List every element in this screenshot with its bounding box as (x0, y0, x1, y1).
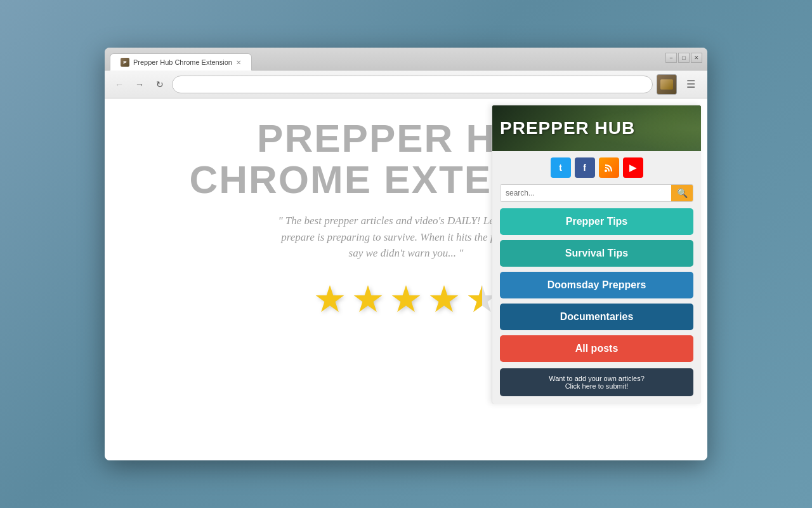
star-1: ★ (313, 281, 346, 318)
survival-tips-button[interactable]: Survival Tips (500, 240, 693, 267)
refresh-button[interactable]: ↻ (152, 76, 168, 93)
all-posts-button[interactable]: All posts (500, 335, 693, 362)
browser-window: P Prepper Hub Chrome Extension ✕ − □ ✕ ←… (105, 48, 707, 460)
documentaries-button[interactable]: Documentaries (500, 304, 693, 330)
star-3: ★ (390, 281, 422, 318)
page-content: PREPPER HUB CHROME EXTENSION " The best … (105, 98, 707, 460)
close-button[interactable]: ✕ (691, 53, 702, 63)
minimize-button[interactable]: − (665, 53, 677, 63)
tab-close-icon[interactable]: ✕ (236, 59, 241, 66)
popup-search-input[interactable] (501, 185, 671, 201)
menu-icon[interactable]: ☰ (681, 74, 701, 95)
svg-point-0 (605, 170, 607, 172)
window-controls: − □ ✕ (665, 53, 702, 63)
tab-favicon: P (121, 58, 129, 67)
extension-icon[interactable] (657, 74, 677, 95)
popup-header-title: PREPPER HUB (500, 118, 635, 138)
extension-popup: PREPPER HUB t f ▶ 🔍 (492, 105, 701, 404)
star-2: ★ (351, 281, 384, 318)
tab-label: Prepper Hub Chrome Extension (133, 58, 232, 66)
popup-search-button[interactable]: 🔍 (671, 185, 693, 201)
star-5-fill: ★ (466, 281, 482, 318)
rss-icon[interactable] (599, 157, 619, 178)
youtube-icon[interactable]: ▶ (623, 157, 643, 178)
restore-button[interactable]: □ (678, 53, 690, 63)
star-4: ★ (428, 281, 461, 318)
prepper-tips-button[interactable]: Prepper Tips (500, 208, 693, 235)
title-bar: P Prepper Hub Chrome Extension ✕ − □ ✕ (105, 48, 707, 70)
star-rating: ★ ★ ★ ★ ★ ★ (313, 281, 499, 318)
social-bar: t f ▶ (492, 151, 701, 184)
facebook-icon[interactable]: f (575, 157, 595, 178)
nav-bar: ← → ↻ ☰ (105, 70, 707, 98)
forward-button[interactable]: → (131, 76, 148, 93)
popup-header: PREPPER HUB (492, 105, 701, 151)
address-bar[interactable] (172, 76, 653, 93)
popup-search: 🔍 (500, 184, 693, 202)
submit-articles-button[interactable]: Want to add your own articles?Click here… (500, 368, 693, 396)
browser-tab[interactable]: P Prepper Hub Chrome Extension ✕ (110, 53, 252, 70)
popup-nav: Prepper Tips Survival Tips Doomsday Prep… (492, 208, 701, 368)
extension-favicon (660, 79, 673, 90)
doomsday-preppers-button[interactable]: Doomsday Preppers (500, 272, 693, 298)
back-button[interactable]: ← (111, 76, 128, 93)
twitter-icon[interactable]: t (551, 157, 571, 178)
